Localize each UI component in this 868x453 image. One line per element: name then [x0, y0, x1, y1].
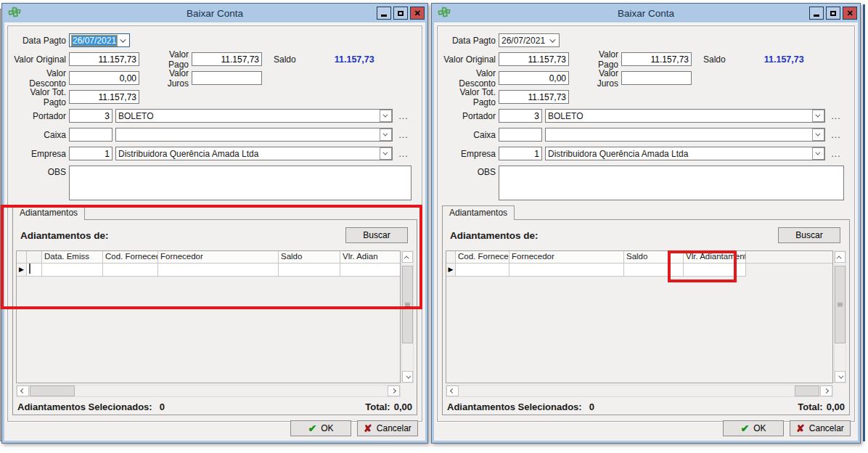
- adiantamentos-grid[interactable]: Cod. Fornecedor Fornecedor Saldo Vlr. Ad…: [446, 250, 833, 383]
- tab-strip: Adiantamentos: [442, 205, 850, 219]
- data-pagto-combobox[interactable]: 26/07/2021: [499, 33, 560, 47]
- scroll-left-button[interactable]: [446, 385, 459, 396]
- maximize-button[interactable]: [826, 7, 840, 20]
- caixa-dropdown-button[interactable]: [380, 128, 392, 141]
- scroll-down-button[interactable]: [835, 371, 846, 383]
- scroll-right-button[interactable]: [388, 385, 400, 396]
- cancelar-button[interactable]: ✘ Cancelar: [790, 420, 851, 436]
- caixa-more-button[interactable]: ...: [830, 130, 843, 140]
- column-header-fornecedor[interactable]: Fornecedor: [158, 251, 279, 264]
- column-header-data-emiss[interactable]: Data. Emiss: [42, 251, 103, 264]
- portador-more-button[interactable]: ...: [830, 111, 843, 121]
- scroll-up-button[interactable]: [402, 251, 413, 263]
- scroll-grip-icon: [405, 304, 410, 305]
- empresa-more-button[interactable]: ...: [397, 149, 410, 159]
- obs-textarea[interactable]: [69, 166, 412, 200]
- caixa-combobox[interactable]: [115, 128, 393, 142]
- valor-desconto-input[interactable]: [499, 71, 569, 85]
- horizontal-scrollbar[interactable]: [446, 385, 833, 397]
- horizontal-scroll-thumb[interactable]: [795, 385, 819, 396]
- ok-button[interactable]: ✔ OK: [723, 420, 784, 436]
- titlebar[interactable]: Baixar Conta ✕: [432, 4, 860, 23]
- caixa-more-button[interactable]: ...: [397, 130, 410, 140]
- tab-adiantamentos[interactable]: Adiantamentos: [12, 205, 85, 220]
- empresa-dropdown-button[interactable]: [812, 147, 824, 160]
- portador-combobox[interactable]: BOLETO: [545, 109, 825, 123]
- maximize-button[interactable]: [393, 7, 408, 20]
- saldo-label: Saldo: [274, 54, 296, 65]
- column-header-saldo[interactable]: Saldo: [624, 251, 684, 264]
- empresa-combobox[interactable]: Distribuidora Querência Amada Ltda: [545, 147, 825, 160]
- empresa-code-input[interactable]: [499, 147, 542, 160]
- close-button[interactable]: ✕: [410, 7, 425, 20]
- titlebar[interactable]: Baixar Conta ✕: [2, 4, 427, 23]
- empresa-combobox[interactable]: Distribuidora Querência Amada Ltda: [115, 147, 393, 160]
- adiantamentos-grid-zone: Data. Emiss Cod. Fornecedor Fornecedor S…: [16, 250, 414, 397]
- minimize-button[interactable]: [377, 7, 391, 20]
- vertical-scroll-thumb[interactable]: [835, 266, 846, 343]
- adiantamentos-grid-zone: Cod. Fornecedor Fornecedor Saldo Vlr. Ad…: [446, 250, 846, 397]
- chevron-down-icon: [382, 150, 388, 155]
- scroll-down-button[interactable]: [402, 371, 413, 383]
- chevron-down-icon: [815, 150, 820, 155]
- valor-original-input[interactable]: [499, 52, 569, 66]
- chevron-down-icon[interactable]: [120, 36, 126, 42]
- vertical-scrollbar[interactable]: [401, 250, 414, 383]
- scroll-left-button[interactable]: [17, 385, 29, 396]
- chevron-down-icon[interactable]: [549, 36, 555, 42]
- cancelar-button-label: Cancelar: [377, 423, 412, 433]
- chevron-up-icon: [837, 256, 842, 261]
- valor-pago-input[interactable]: [192, 52, 262, 66]
- valor-juros-input[interactable]: [192, 71, 262, 85]
- portador-dropdown-button[interactable]: [380, 110, 392, 122]
- selecionados-count: 0: [160, 401, 165, 412]
- valor-pago-input[interactable]: [621, 52, 692, 66]
- valor-original-input[interactable]: [69, 52, 139, 66]
- buscar-button[interactable]: Buscar: [778, 227, 840, 243]
- ok-button[interactable]: ✔ OK: [290, 420, 351, 436]
- minimize-icon: [814, 15, 819, 17]
- grid-row[interactable]: ▶: [17, 264, 400, 277]
- caixa-code-input[interactable]: [69, 128, 112, 142]
- column-header-fornecedor[interactable]: Fornecedor: [509, 251, 624, 264]
- portador-combobox[interactable]: BOLETO: [115, 109, 393, 123]
- close-button[interactable]: ✕: [843, 7, 857, 20]
- tab-adiantamentos[interactable]: Adiantamentos: [442, 205, 515, 220]
- grid-row[interactable]: ▶: [446, 264, 832, 277]
- vertical-scrollbar[interactable]: [834, 250, 846, 383]
- vertical-scroll-thumb[interactable]: [402, 266, 413, 343]
- scroll-grip-icon: [838, 304, 843, 305]
- empresa-code-input[interactable]: [69, 147, 112, 160]
- cell-fornecedor: [509, 264, 624, 277]
- empresa-more-button[interactable]: ...: [830, 149, 843, 159]
- buscar-button[interactable]: Buscar: [345, 227, 408, 243]
- valor-tot-pagto-input[interactable]: [69, 90, 139, 104]
- data-pagto-combobox[interactable]: 26/07/2021: [69, 33, 130, 47]
- caixa-code-input[interactable]: [499, 128, 542, 142]
- cancelar-button[interactable]: ✘ Cancelar: [357, 420, 418, 436]
- obs-textarea[interactable]: [499, 166, 844, 200]
- scroll-right-button[interactable]: [820, 385, 832, 396]
- column-header-vlr-adiantamento[interactable]: Vlr. Adian: [340, 251, 400, 264]
- row-checkbox[interactable]: [29, 264, 30, 274]
- column-header-saldo[interactable]: Saldo: [279, 251, 340, 264]
- horizontal-scroll-thumb[interactable]: [30, 385, 75, 396]
- empresa-dropdown-button[interactable]: [380, 147, 392, 160]
- portador-more-button[interactable]: ...: [397, 111, 410, 121]
- minimize-button[interactable]: [809, 7, 824, 20]
- portador-dropdown-button[interactable]: [812, 110, 824, 122]
- valor-desconto-input[interactable]: [69, 71, 139, 85]
- portador-code-input[interactable]: [69, 109, 112, 123]
- valor-original-label: Valor Original: [439, 54, 499, 65]
- valor-tot-pagto-input[interactable]: [499, 90, 569, 104]
- column-header-cod-fornecedor[interactable]: Cod. Fornecedor: [456, 251, 509, 264]
- column-header-vlr-adiantamento[interactable]: Vlr. Adiantamento: [684, 251, 746, 264]
- scroll-up-button[interactable]: [835, 251, 846, 263]
- portador-code-input[interactable]: [499, 109, 542, 123]
- adiantamentos-grid[interactable]: Data. Emiss Cod. Fornecedor Fornecedor S…: [16, 250, 401, 383]
- valor-juros-input[interactable]: [621, 71, 692, 85]
- horizontal-scrollbar[interactable]: [16, 385, 401, 397]
- column-header-cod-fornecedor[interactable]: Cod. Fornecedor: [103, 251, 158, 264]
- caixa-combobox[interactable]: [545, 128, 825, 142]
- caixa-dropdown-button[interactable]: [812, 128, 824, 141]
